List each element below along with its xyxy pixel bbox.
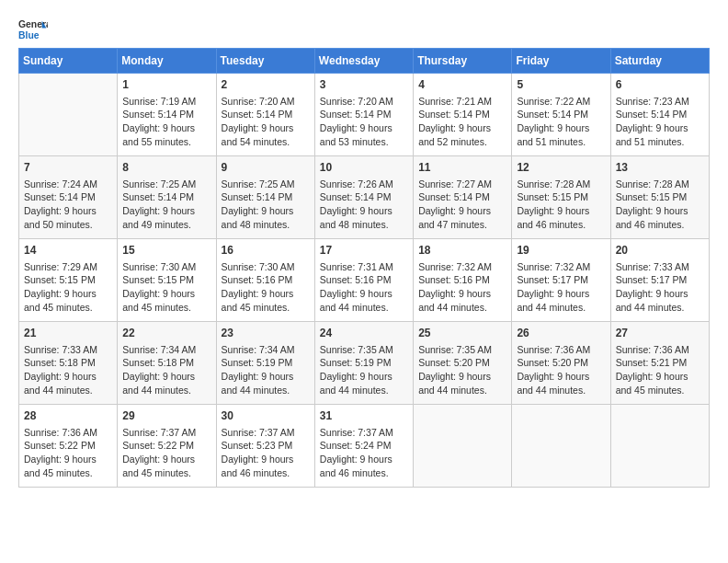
cell-data-line: and 44 minutes. xyxy=(320,384,408,397)
cell-data-line: Daylight: 9 hours xyxy=(122,204,210,218)
day-number: 14 xyxy=(24,243,112,259)
cell-data-line: Sunset: 5:14 PM xyxy=(320,190,408,204)
cell-data-line: Sunset: 5:14 PM xyxy=(24,190,112,204)
calendar-cell: 5Sunrise: 7:22 AMSunset: 5:14 PMDaylight… xyxy=(512,74,610,156)
day-number: 1 xyxy=(122,77,210,93)
cell-data-line: Sunset: 5:14 PM xyxy=(222,190,310,204)
day-number: 6 xyxy=(616,77,704,93)
cell-data-line: and 44 minutes. xyxy=(517,384,605,397)
calendar-cell: 4Sunrise: 7:21 AMSunset: 5:14 PMDaylight… xyxy=(414,74,512,156)
day-number: 17 xyxy=(320,243,408,259)
cell-data-line: and 44 minutes. xyxy=(320,301,408,315)
calendar-cell: 22Sunrise: 7:34 AMSunset: 5:18 PMDayligh… xyxy=(118,322,216,405)
day-number: 28 xyxy=(24,408,112,424)
cell-data-line: Sunset: 5:20 PM xyxy=(418,356,506,370)
day-number: 5 xyxy=(517,77,605,93)
day-number: 2 xyxy=(222,77,310,93)
calendar-cell xyxy=(19,74,118,156)
calendar-cell: 2Sunrise: 7:20 AMSunset: 5:14 PMDaylight… xyxy=(216,74,314,156)
day-number: 23 xyxy=(222,326,310,341)
cell-data-line: Sunset: 5:15 PM xyxy=(517,190,605,204)
cell-data-line: Sunrise: 7:32 AM xyxy=(517,260,605,274)
cell-data-line: Sunset: 5:23 PM xyxy=(222,439,310,453)
cell-data-line: Sunset: 5:15 PM xyxy=(122,273,210,287)
calendar-cell: 27Sunrise: 7:36 AMSunset: 5:21 PMDayligh… xyxy=(610,322,709,405)
cell-data-line: Daylight: 9 hours xyxy=(122,287,210,301)
cell-data-line: Sunrise: 7:37 AM xyxy=(222,426,310,440)
cell-data-line: and 53 minutes. xyxy=(320,135,408,149)
cell-data-line: Sunrise: 7:37 AM xyxy=(122,426,210,440)
day-number: 27 xyxy=(616,326,704,341)
cell-data-line: Sunrise: 7:32 AM xyxy=(418,260,506,274)
calendar-day-header: Thursday xyxy=(414,49,512,74)
calendar-cell: 26Sunrise: 7:36 AMSunset: 5:20 PMDayligh… xyxy=(512,322,610,405)
cell-data-line: Sunset: 5:18 PM xyxy=(24,356,112,370)
cell-data-line: Sunset: 5:14 PM xyxy=(122,190,210,204)
cell-data-line: Daylight: 9 hours xyxy=(418,287,506,301)
cell-data-line: Sunset: 5:21 PM xyxy=(616,356,704,370)
cell-data-line: Daylight: 9 hours xyxy=(24,370,112,384)
cell-data-line: Sunrise: 7:33 AM xyxy=(24,343,112,357)
page-header: General Blue xyxy=(18,15,710,44)
calendar-cell: 31Sunrise: 7:37 AMSunset: 5:24 PMDayligh… xyxy=(314,405,413,488)
cell-data-line: Sunrise: 7:21 AM xyxy=(418,95,506,109)
cell-data-line: Daylight: 9 hours xyxy=(418,204,506,218)
calendar-cell: 20Sunrise: 7:33 AMSunset: 5:17 PMDayligh… xyxy=(610,239,709,322)
day-number: 31 xyxy=(320,408,408,424)
cell-data-line: Daylight: 9 hours xyxy=(222,204,310,218)
calendar-day-header: Sunday xyxy=(19,49,118,74)
cell-data-line: Sunrise: 7:19 AM xyxy=(122,95,210,109)
cell-data-line: Sunrise: 7:34 AM xyxy=(222,343,310,357)
cell-data-line: Sunset: 5:14 PM xyxy=(222,108,310,121)
calendar-cell: 9Sunrise: 7:25 AMSunset: 5:14 PMDaylight… xyxy=(216,156,314,239)
cell-data-line: Daylight: 9 hours xyxy=(616,204,704,218)
day-number: 11 xyxy=(418,160,506,176)
calendar-cell xyxy=(512,405,610,488)
cell-data-line: and 51 minutes. xyxy=(517,135,605,149)
calendar-day-header: Wednesday xyxy=(314,49,413,74)
cell-data-line: Daylight: 9 hours xyxy=(122,453,210,466)
calendar-cell xyxy=(610,405,709,488)
cell-data-line: Sunset: 5:14 PM xyxy=(418,108,506,121)
cell-data-line: and 44 minutes. xyxy=(418,301,506,315)
cell-data-line: Sunrise: 7:36 AM xyxy=(616,343,704,357)
cell-data-line: Sunrise: 7:22 AM xyxy=(517,95,605,109)
cell-data-line: and 44 minutes. xyxy=(24,384,112,397)
cell-data-line: Sunrise: 7:25 AM xyxy=(222,178,310,191)
cell-data-line: Daylight: 9 hours xyxy=(517,370,605,384)
day-number: 22 xyxy=(122,326,210,341)
cell-data-line: Sunset: 5:15 PM xyxy=(24,273,112,287)
day-number: 13 xyxy=(616,160,704,176)
cell-data-line: Sunset: 5:14 PM xyxy=(122,108,210,121)
calendar-cell: 24Sunrise: 7:35 AMSunset: 5:19 PMDayligh… xyxy=(314,322,413,405)
cell-data-line: and 46 minutes. xyxy=(320,466,408,480)
day-number: 18 xyxy=(418,243,506,259)
cell-data-line: Daylight: 9 hours xyxy=(517,121,605,135)
cell-data-line: and 44 minutes. xyxy=(616,301,704,315)
cell-data-line: Sunset: 5:16 PM xyxy=(320,273,408,287)
day-number: 7 xyxy=(24,160,112,176)
cell-data-line: and 45 minutes. xyxy=(122,466,210,480)
calendar-cell: 16Sunrise: 7:30 AMSunset: 5:16 PMDayligh… xyxy=(216,239,314,322)
cell-data-line: and 45 minutes. xyxy=(616,384,704,397)
cell-data-line: Sunrise: 7:24 AM xyxy=(24,178,112,191)
calendar-cell: 25Sunrise: 7:35 AMSunset: 5:20 PMDayligh… xyxy=(414,322,512,405)
calendar-cell: 18Sunrise: 7:32 AMSunset: 5:16 PMDayligh… xyxy=(414,239,512,322)
cell-data-line: Daylight: 9 hours xyxy=(24,453,112,466)
day-number: 24 xyxy=(320,326,408,341)
cell-data-line: and 52 minutes. xyxy=(418,135,506,149)
cell-data-line: and 48 minutes. xyxy=(222,218,310,232)
calendar-cell: 15Sunrise: 7:30 AMSunset: 5:15 PMDayligh… xyxy=(118,239,216,322)
cell-data-line: and 47 minutes. xyxy=(418,218,506,232)
svg-text:Blue: Blue xyxy=(18,30,40,40)
cell-data-line: and 49 minutes. xyxy=(122,218,210,232)
calendar-cell: 8Sunrise: 7:25 AMSunset: 5:14 PMDaylight… xyxy=(118,156,216,239)
calendar-cell: 14Sunrise: 7:29 AMSunset: 5:15 PMDayligh… xyxy=(19,239,118,322)
logo: General Blue xyxy=(18,15,48,44)
day-number: 16 xyxy=(222,243,310,259)
calendar-cell: 23Sunrise: 7:34 AMSunset: 5:19 PMDayligh… xyxy=(216,322,314,405)
cell-data-line: and 46 minutes. xyxy=(517,218,605,232)
cell-data-line: Sunrise: 7:36 AM xyxy=(517,343,605,357)
calendar-cell: 7Sunrise: 7:24 AMSunset: 5:14 PMDaylight… xyxy=(19,156,118,239)
cell-data-line: Sunset: 5:15 PM xyxy=(616,190,704,204)
